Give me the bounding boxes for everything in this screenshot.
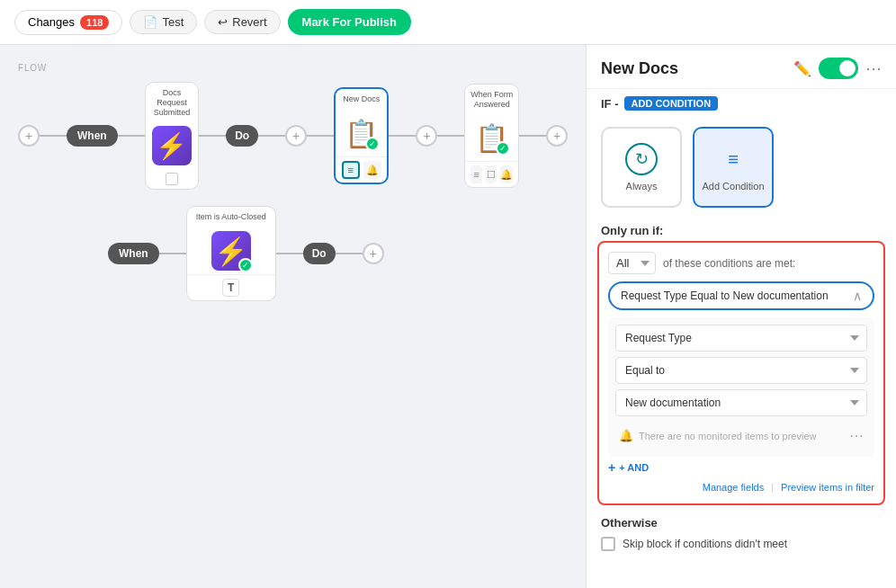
- no-preview-text: There are no monitored items to preview: [639, 431, 844, 441]
- condition-box: All Any of these conditions are met: Req…: [597, 241, 885, 505]
- doc-icon-2: 📋 ✓: [475, 122, 508, 154]
- skip-row: Skip block if conditions didn't meet: [601, 537, 882, 551]
- card-auto-closed-title: Item is Auto-Closed: [193, 207, 270, 224]
- separator: |: [771, 482, 774, 493]
- file-icon: 📄: [143, 15, 157, 29]
- field-select[interactable]: Request Type: [615, 325, 867, 352]
- card-auto-closed-icon-area: ⚡ ✓: [208, 226, 255, 274]
- card-auto-closed-bottom: T: [187, 274, 275, 300]
- add-condition-label: Add Condition: [702, 181, 764, 192]
- value-select[interactable]: New documentation: [615, 389, 867, 416]
- panel-header: New Docs ✏️ ⋯: [587, 45, 896, 89]
- operator-select[interactable]: Equal to: [615, 357, 867, 384]
- changes-button[interactable]: Changes 118: [14, 10, 122, 35]
- condition-card-add[interactable]: ≡ Add Condition: [693, 127, 774, 208]
- topbar: Changes 118 📄 Test ↩ Revert Mark For Pub…: [0, 0, 896, 45]
- and-plus-icon: +: [608, 460, 615, 475]
- card3-icon-area: 📋 ✓: [469, 112, 515, 161]
- do-button-2[interactable]: Do: [303, 243, 336, 264]
- lightning-icon-1: ⚡: [152, 126, 192, 165]
- revert-button[interactable]: ↩ Revert: [204, 10, 280, 34]
- check-badge-3: ✓: [238, 258, 253, 272]
- card2-icon-wrap: 📋 ✓: [342, 113, 381, 153]
- add-between-button[interactable]: +: [285, 125, 307, 147]
- add-condition-button[interactable]: ADD CONDITION: [624, 96, 719, 111]
- add-after-card2-button[interactable]: +: [416, 125, 437, 147]
- changes-label: Changes: [28, 15, 75, 29]
- more-dots-icon[interactable]: ⋯: [849, 427, 864, 444]
- refresh-icon: ↻: [625, 143, 658, 175]
- doc-icon: 📋 ✓: [345, 118, 378, 149]
- card2-icon-area: 📋 ✓: [338, 108, 385, 156]
- lines-icon: ≡: [717, 143, 749, 175]
- toggle-switch[interactable]: [819, 58, 858, 79]
- main-content: FLOW + When Docs Request Submitted ⚡ Do …: [0, 45, 896, 588]
- flow-row-2: When Item is Auto-Closed ⚡ ✓ T: [108, 206, 568, 301]
- card1-checkbox[interactable]: [166, 173, 178, 185]
- add-before-button[interactable]: +: [18, 125, 40, 147]
- card3-title: When Form Answered: [465, 85, 518, 111]
- condition-cards-row: ↻ Always ≡ Add Condition: [587, 118, 896, 217]
- changes-count-badge: 118: [80, 15, 109, 30]
- card3-bottom-bar: ≡ ☐ 🔔: [465, 161, 518, 187]
- lightning-icon-2: ⚡ ✓: [211, 231, 251, 271]
- manage-fields-link[interactable]: Manage fields: [703, 482, 765, 493]
- bell-icon-2[interactable]: 🔔: [500, 165, 513, 183]
- flow-label: FLOW: [18, 63, 568, 73]
- panel-title: New Docs: [601, 59, 786, 78]
- publish-button[interactable]: Mark For Publish: [288, 9, 411, 35]
- sub-condition-box: Request Type Equal to New documentation …: [608, 317, 874, 457]
- conditions-text: of these conditions are met:: [663, 257, 795, 270]
- flow-card-docs-request[interactable]: Docs Request Submitted ⚡: [145, 82, 200, 190]
- card2-title: New Docs: [339, 89, 383, 106]
- all-select[interactable]: All Any: [608, 252, 656, 274]
- check-badge-1: ✓: [365, 137, 380, 151]
- flow-canvas: FLOW + When Docs Request Submitted ⚡ Do …: [0, 45, 586, 588]
- preview-link[interactable]: Preview items in filter: [781, 482, 874, 493]
- card3-icon-wrap: 📋 ✓: [472, 118, 512, 157]
- skip-label: Skip block if conditions didn't meet: [623, 538, 787, 550]
- manage-row: Manage fields | Preview items in filter: [608, 478, 874, 494]
- bell-small-icon: 🔔: [619, 429, 633, 442]
- condition-card-always[interactable]: ↻ Always: [601, 127, 682, 208]
- card1-checkbox-area: [162, 169, 182, 189]
- and-row: + + AND: [608, 457, 874, 478]
- otherwise-section: Otherwise Skip block if conditions didn'…: [587, 505, 896, 562]
- revert-icon: ↩: [218, 15, 228, 29]
- checkbox-icon[interactable]: ☐: [486, 165, 497, 183]
- flow-card-auto-closed[interactable]: Item is Auto-Closed ⚡ ✓ T: [186, 206, 276, 301]
- when-button-2[interactable]: When: [108, 243, 159, 264]
- flow-card-new-docs[interactable]: New Docs 📋 ✓ ≡ 🔔: [334, 87, 389, 184]
- no-preview-row: 🔔 There are no monitored items to previe…: [615, 422, 867, 450]
- and-button[interactable]: + AND: [619, 462, 649, 473]
- test-button[interactable]: 📄 Test: [130, 10, 197, 34]
- add-row2-end-button[interactable]: +: [363, 243, 384, 264]
- flow-card-form-answered[interactable]: When Form Answered 📋 ✓ ≡ ☐ 🔔: [464, 84, 519, 189]
- t-icon: T: [222, 279, 239, 297]
- if-bar: IF - ADD CONDITION: [587, 89, 896, 118]
- filter-icon[interactable]: ≡: [342, 161, 360, 179]
- if-label: IF -: [601, 97, 619, 111]
- bell-icon[interactable]: 🔔: [363, 161, 381, 179]
- chevron-up-icon: ∧: [853, 289, 862, 303]
- right-panel: New Docs ✏️ ⋯ IF - ADD CONDITION ↻ Alway…: [586, 45, 896, 588]
- when-button-1[interactable]: When: [67, 125, 118, 147]
- edit-icon[interactable]: ✏️: [793, 60, 811, 77]
- do-button-1[interactable]: Do: [226, 125, 258, 147]
- condition-pill-text: Request Type Equal to New documentation: [621, 290, 829, 302]
- condition-pill[interactable]: Request Type Equal to New documentation …: [608, 281, 874, 310]
- always-label: Always: [626, 181, 658, 192]
- add-end-button[interactable]: +: [546, 125, 568, 147]
- card1-icon-area: ⚡: [148, 120, 195, 169]
- skip-checkbox[interactable]: [601, 537, 615, 551]
- check-badge-2: ✓: [496, 141, 510, 156]
- only-run-label: Only run if:: [587, 217, 896, 241]
- more-icon[interactable]: ⋯: [865, 58, 882, 78]
- card1-title: Docs Request Submitted: [146, 83, 199, 119]
- card-auto-closed-icon-wrap: ⚡ ✓: [211, 231, 251, 271]
- flow-row-1: + When Docs Request Submitted ⚡ Do +: [18, 82, 568, 190]
- card2-bottom-bar: ≡ 🔔: [336, 156, 387, 183]
- filter-icon-2[interactable]: ≡: [470, 165, 481, 183]
- otherwise-label: Otherwise: [601, 516, 882, 530]
- all-row: All Any of these conditions are met:: [608, 252, 874, 274]
